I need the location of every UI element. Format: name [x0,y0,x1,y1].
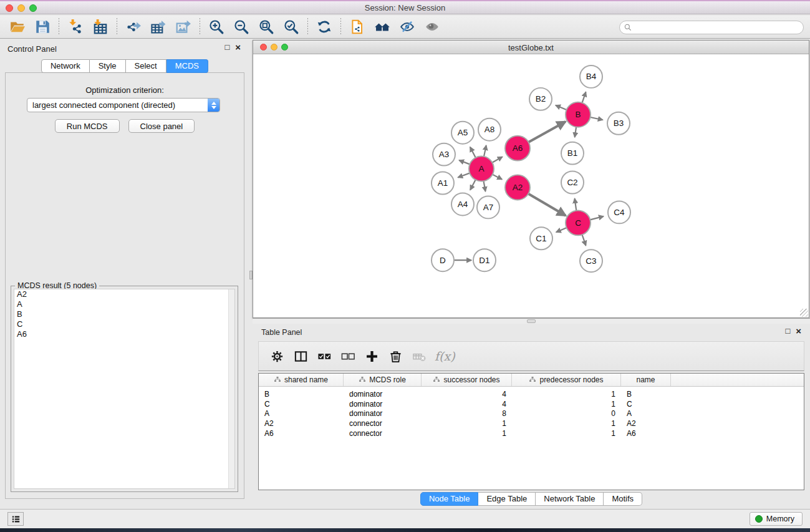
table-cell[interactable]: 1 [422,429,512,438]
gear-button[interactable] [265,345,289,367]
check-all-button[interactable] [312,345,336,367]
close-panel-button[interactable]: Close panel [128,119,195,133]
table-cell[interactable]: A [259,409,344,418]
export-network-button[interactable] [121,17,146,37]
float-panel-icon[interactable]: □ [224,43,229,52]
tab-mcds[interactable]: MCDS [166,59,208,73]
split-columns-button[interactable] [289,345,312,367]
graph-node-C2[interactable]: C2 [561,172,584,194]
graph-node-A3[interactable]: A3 [433,143,455,166]
float-panel-icon[interactable]: □ [785,327,790,336]
column-header-name[interactable]: name [621,374,671,386]
graph-node-A4[interactable]: A4 [451,193,474,215]
uncheck-all-button[interactable] [336,345,360,367]
zoom-selected-button[interactable] [279,17,304,37]
table-cell[interactable]: dominator [344,409,422,418]
graph-node-A7[interactable]: A7 [477,196,499,218]
graph-node-C4[interactable]: C4 [608,201,630,223]
graph-node-C[interactable]: C [566,210,591,235]
close-panel-icon[interactable]: × [235,43,241,52]
graph-node-C1[interactable]: C1 [530,227,552,249]
window-resize-grip[interactable] [800,309,808,317]
graph-node-B[interactable]: B [566,102,591,127]
table-split-divider[interactable] [253,318,810,324]
table-cell[interactable]: C [259,400,344,409]
show-details-button[interactable] [420,17,445,37]
refresh-button[interactable] [312,17,337,37]
table-cell[interactable]: 8 [422,409,512,418]
table-cell[interactable]: C [621,400,671,409]
table-cell[interactable]: A6 [621,429,671,438]
table-cell[interactable]: 4 [422,390,512,399]
graph-node-A1[interactable]: A1 [432,172,454,195]
optimization-criterion-select[interactable]: largest connected component (directed) [27,98,220,112]
table-cell[interactable]: A [621,409,671,418]
graph-node-D[interactable]: D [432,249,454,271]
network-graph[interactable]: B4B2BB3B1A5A8A6A3AA1C2A2A4A7C4CC1C3DD1 [253,55,809,317]
table-row[interactable]: A2connector11A2 [259,418,804,428]
trash-button[interactable] [383,345,407,367]
export-image-button[interactable] [171,17,196,37]
table-cell[interactable]: connector [344,429,422,438]
tab-network-table[interactable]: Network Table [536,492,604,506]
table-cell[interactable]: 1 [422,419,512,428]
table-row[interactable]: Bdominator41B [259,389,804,399]
divider-grip-icon[interactable] [527,319,536,323]
graph-node-C3[interactable]: C3 [580,249,602,272]
network-file-button[interactable] [345,17,370,37]
column-header-successor-nodes[interactable]: successor nodes [422,374,512,386]
search-input[interactable] [635,23,799,32]
home-button[interactable] [370,17,395,37]
table-cell[interactable]: 4 [422,400,512,409]
graph-node-B4[interactable]: B4 [580,65,602,88]
tab-node-table[interactable]: Node Table [420,492,479,506]
table-cell[interactable]: dominator [344,400,422,409]
tab-style[interactable]: Style [90,59,126,73]
column-header-MCDS-role[interactable]: MCDS role [344,374,422,386]
table-cell[interactable]: 1 [512,400,621,409]
table-cell[interactable]: 1 [512,419,621,428]
column-header-predecessor-nodes[interactable]: predecessor nodes [512,374,621,386]
graph-node-A2[interactable]: A2 [505,175,530,200]
zoom-in-button[interactable] [204,17,229,37]
import-network-button[interactable] [63,17,88,37]
table-row[interactable]: Cdominator41C [259,399,804,409]
graph-node-A6[interactable]: A6 [505,136,530,161]
network-canvas[interactable]: B4B2BB3B1A5A8A6A3AA1C2A2A4A7C4CC1C3DD1 [253,55,809,317]
table-cell[interactable]: A2 [621,419,671,428]
result-list-scrollbar[interactable] [228,289,234,488]
save-session-button[interactable] [30,17,55,37]
tab-network[interactable]: Network [41,59,90,73]
function-builder-button[interactable]: f(x) [435,349,455,363]
table-cell[interactable]: 1 [512,390,621,399]
table-cell[interactable]: B [259,390,344,399]
tab-edge-table[interactable]: Edge Table [478,492,536,506]
table-cell[interactable]: B [621,390,671,399]
close-panel-icon[interactable]: × [796,327,801,336]
export-table-button[interactable] [146,17,171,37]
table-row[interactable]: Adominator80A [259,409,804,419]
hide-details-button[interactable] [395,17,420,37]
table-cell[interactable]: A2 [259,419,344,428]
table-row[interactable]: A6connector11A6 [259,428,804,438]
column-header-shared-name[interactable]: shared name [259,374,344,386]
tab-motifs[interactable]: Motifs [604,492,642,506]
zoom-out-button[interactable] [229,17,254,37]
task-history-button[interactable] [7,512,24,526]
table-cell[interactable]: connector [344,419,422,428]
table-cell[interactable]: dominator [344,390,422,399]
graph-node-A8[interactable]: A8 [478,118,501,141]
graph-node-A5[interactable]: A5 [451,122,474,144]
run-mcds-button[interactable]: Run MCDS [55,119,120,133]
memory-button[interactable]: Memory [750,512,803,526]
graph-node-B1[interactable]: B1 [561,142,584,165]
search-box[interactable] [619,21,804,34]
graph-node-B2[interactable]: B2 [529,88,552,110]
tab-select[interactable]: Select [126,59,166,73]
table-cell[interactable]: 0 [512,409,621,418]
delete-table-button[interactable] [407,345,431,367]
graph-node-D1[interactable]: D1 [473,249,496,271]
open-session-button[interactable] [5,17,30,37]
graph-node-A[interactable]: A [469,157,494,181]
table-cell[interactable]: A6 [259,429,344,438]
